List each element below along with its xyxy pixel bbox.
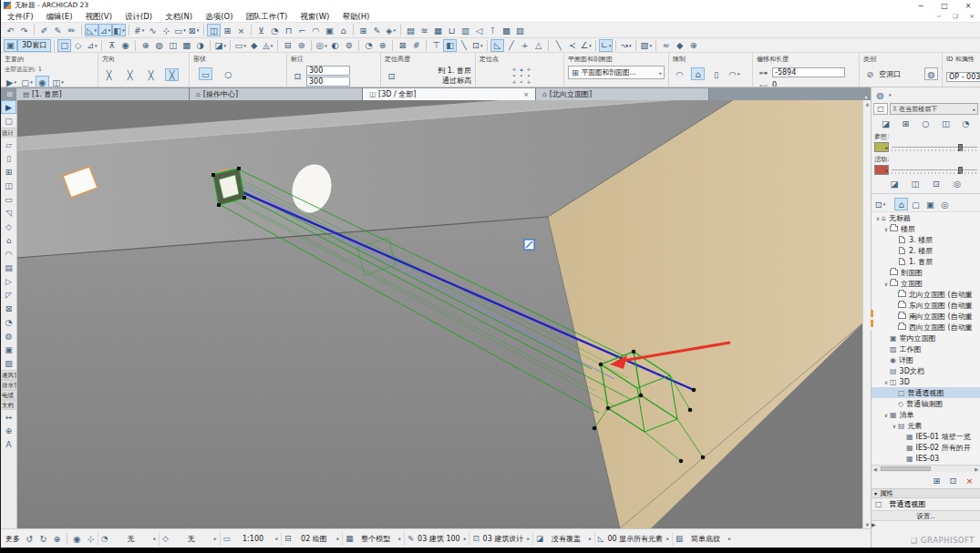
quick-option-segment[interactable]: ⊡03 建筑设计▸: [469, 532, 532, 546]
anchor-point[interactable]: ∙: [511, 72, 518, 78]
toolbar-icon[interactable]: ▣: [4, 39, 17, 52]
toolbar-icon[interactable]: ⊡: [946, 474, 960, 486]
caret-down-icon[interactable]: ▾: [889, 92, 892, 97]
tree-item[interactable]: 1. 首层: [872, 256, 980, 267]
toolbar-icon[interactable]: ╳: [123, 68, 137, 81]
tree-item[interactable]: ∨◫3D: [872, 376, 980, 387]
toolbar-icon[interactable]: ◔: [362, 39, 376, 52]
toolbar-icon[interactable]: ◉: [70, 532, 84, 545]
toolbar-icon[interactable]: ▭▾: [173, 24, 187, 36]
toolbar-icon[interactable]: ◈▾: [384, 24, 397, 36]
properties-current-view-row[interactable]: □ 普通透视图: [872, 498, 980, 510]
toolbar-icon[interactable]: ⊞: [899, 117, 913, 129]
cloud-button[interactable]: ◍: [924, 67, 938, 80]
tree-item[interactable]: 西向立面图 (自动重: [872, 322, 980, 333]
toolbar-icon[interactable]: ◺▾: [85, 24, 98, 36]
reference-color-swatch[interactable]: ▸: [874, 142, 889, 152]
toolbar-icon[interactable]: ◫▾: [51, 76, 65, 87]
toolbar-icon[interactable]: ◧: [443, 39, 457, 52]
toolbar-icon[interactable]: ▦: [180, 39, 193, 52]
minimize-button[interactable]: −: [909, 2, 933, 10]
toolbar-icon[interactable]: ↶: [4, 24, 17, 36]
tool-icon[interactable]: ⌂: [1, 233, 16, 247]
toolbar-icon[interactable]: ⊤: [429, 39, 443, 52]
toolbar-icon[interactable]: ∟▾: [599, 39, 613, 52]
toolbar-icon[interactable]: ╲: [457, 39, 470, 52]
panel-collapse-icon[interactable]: ▶: [872, 521, 876, 527]
tool-icon[interactable]: ▱: [1, 138, 16, 151]
toolbar-icon[interactable]: ⊛: [294, 39, 308, 52]
toolbar-icon[interactable]: ◠: [673, 67, 686, 80]
trace-toggle-button[interactable]: □: [873, 103, 888, 115]
toolbar-icon[interactable]: ✏: [65, 24, 78, 36]
scroll-right-icon[interactable]: ▶: [975, 466, 978, 473]
toolbar-icon[interactable]: ⊠: [396, 39, 409, 52]
toolbar-icon[interactable]: +: [518, 39, 531, 52]
anchor-point[interactable]: ▴: [518, 66, 525, 72]
toolbar-icon[interactable]: ∿: [146, 24, 160, 36]
toolbar-icon[interactable]: ◆: [247, 39, 261, 52]
tree-item[interactable]: □普通透视图: [872, 387, 980, 398]
quick-option-segment[interactable]: ▦整个模型▸: [342, 532, 404, 546]
tool-icon[interactable]: ↔: [1, 410, 16, 424]
toolbar-icon[interactable]: ⊚: [342, 39, 356, 52]
toolbar-icon[interactable]: ⊕: [50, 532, 64, 545]
tool-icon[interactable]: ◇: [1, 220, 16, 233]
anchor-mode[interactable]: 通过标高: [442, 76, 471, 86]
active-opacity-slider[interactable]: [892, 166, 977, 175]
anchor-point[interactable]: +: [525, 78, 532, 85]
palette-resize-handle[interactable]: [871, 310, 873, 330]
toolbar-icon[interactable]: ⊠▾: [187, 24, 201, 36]
tool-icon[interactable]: ◍: [1, 329, 16, 343]
floorplan-display-dropdown[interactable]: ⊞ 平面图和剖面图... ▸: [568, 66, 665, 79]
toolbar-icon[interactable]: ◆: [673, 39, 686, 52]
tree-item[interactable]: ▦IES-02 所有的开: [872, 442, 980, 453]
toolbar-icon[interactable]: ▶▾: [5, 76, 18, 87]
toolbar-icon[interactable]: ◠: [309, 24, 323, 36]
toolbar-icon[interactable]: ×: [234, 24, 248, 36]
toolbar-icon[interactable]: ⊼: [105, 39, 119, 52]
tree-item[interactable]: ∨▤元素: [872, 420, 980, 431]
tree-item[interactable]: ◇普通轴测图: [872, 398, 980, 409]
maximize-button[interactable]: □: [933, 2, 956, 10]
toolbar-icon[interactable]: ↷: [17, 24, 31, 36]
toolbar-icon[interactable]: □: [57, 39, 71, 52]
toolbar-icon[interactable]: ▧▾: [639, 39, 653, 52]
tree-item[interactable]: 北向立面图 (自动重: [872, 289, 980, 300]
tool-icon[interactable]: ▭: [1, 192, 16, 206]
menu-item[interactable]: 视窗(W): [294, 11, 335, 23]
toolbar-icon[interactable]: ◪: [888, 177, 902, 189]
toolbar-icon[interactable]: ▯: [709, 67, 723, 80]
toolbar-icon[interactable]: ▤: [404, 24, 418, 36]
menu-item[interactable]: 设计(D): [119, 11, 159, 23]
toolbar-icon[interactable]: ◫: [166, 39, 180, 52]
document-tab[interactable]: ◫[3D / 全部]×: [363, 88, 536, 100]
tool-icon[interactable]: ▤: [1, 261, 16, 274]
toolbar-icon[interactable]: ⊞: [930, 474, 944, 486]
quick-option-segment[interactable]: ◇无▸: [159, 532, 219, 546]
toolbar-icon[interactable]: ○: [919, 117, 933, 129]
toolbar-icon[interactable]: ╳: [165, 68, 179, 81]
anchor-point-grid[interactable]: +▴+∙∙∙+∙+: [511, 66, 560, 85]
menu-item[interactable]: 团队工作(T): [240, 11, 294, 23]
tool-icon[interactable]: ⊠: [1, 302, 16, 315]
menu-item[interactable]: 编辑(E): [40, 11, 79, 23]
properties-header[interactable]: ▾ 属性: [872, 488, 980, 498]
more-label[interactable]: 更多: [3, 534, 23, 544]
toolbar-icon[interactable]: ≋: [418, 24, 431, 36]
scroll-left-icon[interactable]: ◀: [873, 466, 877, 473]
toolbar-icon[interactable]: ⊕: [686, 39, 700, 52]
tool-icon[interactable]: ▢: [1, 114, 16, 128]
toolbar-icon[interactable]: ↝▾: [619, 39, 633, 52]
tree-item[interactable]: 剖面图: [872, 267, 980, 278]
tool-icon[interactable]: ▶: [1, 100, 16, 114]
toolbar-icon[interactable]: ⊞: [221, 24, 234, 36]
anchor-point[interactable]: +: [511, 66, 518, 72]
navigator-horizontal-scrollbar[interactable]: ◀ ▶: [872, 465, 980, 472]
tree-item[interactable]: ∨立面图: [872, 278, 980, 289]
toolbar-icon[interactable]: ▣: [323, 24, 336, 36]
toolbar-icon[interactable]: ▭▾: [233, 39, 247, 52]
toolbar-icon[interactable]: ⊔: [445, 24, 459, 36]
tree-item[interactable]: ∨▦清单: [872, 409, 980, 420]
toolbar-icon[interactable]: ◎: [938, 198, 952, 210]
